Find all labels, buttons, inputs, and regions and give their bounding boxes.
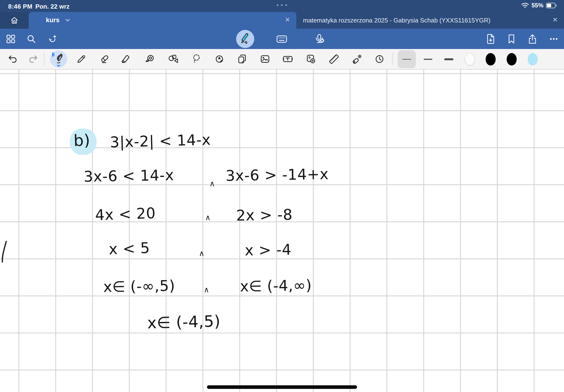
wifi-icon xyxy=(521,2,529,9)
battery-percent: 55% xyxy=(532,2,543,9)
color-swatch-black-1[interactable] xyxy=(486,53,496,66)
keyboard-icon[interactable] xyxy=(273,29,290,49)
ruler-tool-icon[interactable] xyxy=(326,49,342,69)
goodnotes-app: 8:46 PM Pon. 22 wrz 55% xyxy=(0,0,564,392)
stray-stroke xyxy=(0,240,8,263)
battery-icon xyxy=(546,3,557,8)
grid-view-icon[interactable] xyxy=(2,29,19,49)
math-line-5-right: x∈ (-4,∞) xyxy=(240,276,312,295)
stroke-width-thick[interactable] xyxy=(440,50,457,68)
color-swatch-cyan[interactable] xyxy=(528,53,538,66)
lasso-tool-icon[interactable] xyxy=(189,49,204,69)
sticker-tool-icon[interactable] xyxy=(212,49,227,69)
status-bar: 8:46 PM Pon. 22 wrz 55% xyxy=(0,0,564,12)
stroke-width-medium[interactable] xyxy=(420,50,436,68)
and-operator: ∧ xyxy=(199,249,204,258)
laser-pointer-tool-icon[interactable] xyxy=(349,49,364,69)
math-line-2-right: 3x-6 > -14+x xyxy=(225,165,329,184)
search-icon[interactable] xyxy=(23,29,40,49)
primary-toolbar xyxy=(0,29,564,49)
close-tab-icon[interactable]: ✕ xyxy=(285,16,290,24)
math-line-6: x∈ (-4,5) xyxy=(147,312,221,332)
multitask-indicator-icon[interactable] xyxy=(277,4,287,6)
home-button[interactable] xyxy=(0,12,29,29)
redo-icon[interactable] xyxy=(26,49,41,69)
tab-matematyka[interactable]: matematyka rozszerzona 2025 - Gabrysia S… xyxy=(296,12,564,29)
text-box-tool-icon[interactable] xyxy=(280,49,295,69)
math-line-1: 3|x-2| < 14-x xyxy=(110,131,211,151)
math-line-4-left: x < 5 xyxy=(109,239,150,258)
math-line-3-right: 2x > -8 xyxy=(236,206,293,224)
image-tool-icon[interactable] xyxy=(257,49,273,69)
bookmark-icon[interactable] xyxy=(503,29,520,49)
ai-assist-icon[interactable] xyxy=(44,29,61,49)
exercise-label: b) xyxy=(73,131,91,150)
tools-toolbar xyxy=(0,49,564,70)
and-operator: ∧ xyxy=(205,213,210,222)
handwriting-search-tool-icon[interactable] xyxy=(303,49,318,69)
math-line-5-left: x∈ (-∞,5) xyxy=(103,277,175,295)
fountain-pen-tool-selected[interactable] xyxy=(50,50,67,68)
math-line-2-left: 3x-6 < 14-x xyxy=(83,166,174,185)
math-line-4-right: x > -4 xyxy=(245,241,291,259)
color-swatch-white[interactable] xyxy=(465,53,475,66)
pencil-tool-icon[interactable] xyxy=(74,49,89,69)
tab-label: matematyka rozszerzona 2025 - Gabrysia S… xyxy=(303,17,490,24)
shapes-tool-icon[interactable] xyxy=(166,49,181,69)
tab-label: kurs xyxy=(46,16,59,24)
share-icon[interactable] xyxy=(524,29,541,49)
undo-icon[interactable] xyxy=(5,49,20,69)
flashcards-tool-icon[interactable] xyxy=(234,49,250,69)
add-page-icon[interactable] xyxy=(482,29,499,49)
tab-bar: kurs ✕ matematyka rozszerzona 2025 - Gab… xyxy=(0,12,564,29)
status-date: Pon. 22 wrz xyxy=(35,3,69,10)
pen-mode-button[interactable] xyxy=(236,30,254,48)
stroke-width-thin-selected[interactable] xyxy=(398,50,416,68)
and-operator: ∧ xyxy=(209,179,215,188)
clock-tool-icon[interactable] xyxy=(372,49,387,69)
note-canvas[interactable]: b) 3|x-2| < 14-x 3x-6 < 14-x ∧ 3x-6 > -1… xyxy=(0,70,564,392)
tab-kurs[interactable]: kurs ✕ xyxy=(29,12,296,29)
math-line-3-left: 4x < 20 xyxy=(95,204,156,224)
chevron-down-icon[interactable] xyxy=(65,18,71,22)
highlighter-tool-icon[interactable] xyxy=(118,49,133,69)
color-swatch-black-2[interactable] xyxy=(507,53,517,66)
and-operator: ∧ xyxy=(204,285,209,294)
clock-time: 8:46 PM xyxy=(8,3,32,10)
eraser-tool-icon[interactable] xyxy=(97,49,112,69)
close-tab-icon[interactable]: ✕ xyxy=(552,16,558,24)
drawn-divider-line xyxy=(207,385,357,389)
tape-tool-icon[interactable] xyxy=(142,49,158,69)
more-icon[interactable] xyxy=(545,29,562,49)
microphone-off-icon[interactable] xyxy=(311,29,328,49)
